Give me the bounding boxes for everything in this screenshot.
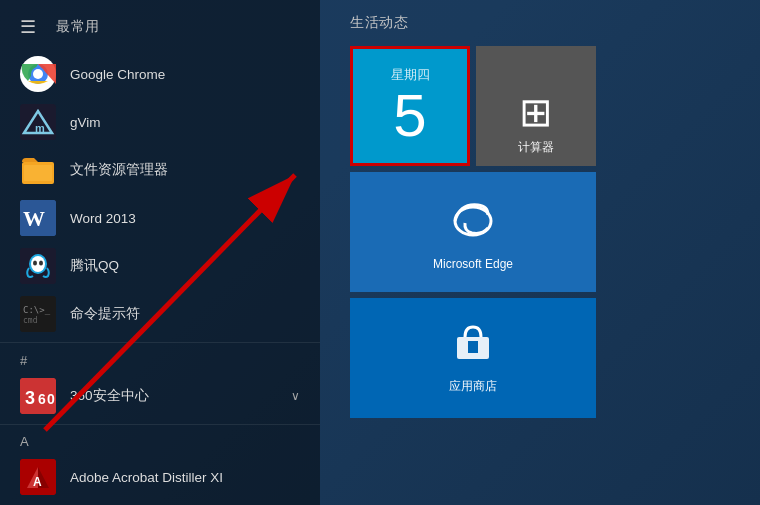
svg-point-13 bbox=[31, 256, 45, 272]
app-icon-360: 3 6 0 bbox=[20, 378, 56, 414]
app-icon-vim: m bbox=[20, 104, 56, 140]
app-icon-folder bbox=[20, 152, 56, 188]
calculator-icon: ⊞ bbox=[519, 89, 553, 135]
tile-label: 计算器 bbox=[518, 139, 554, 156]
svg-text:3: 3 bbox=[25, 388, 35, 408]
right-panel: 生活动态 星期四 5 ⊞ 计算器 bbox=[320, 0, 760, 505]
app-icon-word: W bbox=[20, 200, 56, 236]
tile-label: 应用商店 bbox=[449, 378, 497, 395]
svg-text:6: 6 bbox=[38, 391, 46, 407]
app-list: Google Chrome m gVim bbox=[0, 46, 320, 505]
app-name: 腾讯QQ bbox=[70, 257, 119, 275]
app-name: 命令提示符 bbox=[70, 305, 140, 323]
divider bbox=[0, 342, 320, 343]
app-item-left: 3 6 0 360安全中心 bbox=[20, 378, 149, 414]
tiles-row-bottom: 应用商店 bbox=[350, 298, 740, 418]
app-icon-chrome bbox=[20, 56, 56, 92]
list-item[interactable]: C:\>_ cmd 命令提示符 bbox=[0, 290, 320, 338]
svg-point-3 bbox=[33, 69, 43, 79]
tiles-row-top: 星期四 5 ⊞ 计算器 bbox=[350, 46, 740, 166]
app-icon-qq bbox=[20, 248, 56, 284]
edge-icon bbox=[450, 193, 496, 249]
list-item[interactable]: A Adobe Acrobat Distiller XI bbox=[0, 453, 320, 501]
app-icon-cmd: C:\>_ cmd bbox=[20, 296, 56, 332]
alpha-header-hash: # bbox=[0, 347, 320, 372]
live-section-label: 生活动态 bbox=[350, 14, 740, 32]
app-name: Google Chrome bbox=[70, 67, 165, 82]
app-name: gVim bbox=[70, 115, 101, 130]
tile-label: Microsoft Edge bbox=[433, 257, 513, 271]
tiles-grid: 星期四 5 ⊞ 计算器 bbox=[350, 46, 740, 418]
alpha-header-a: A bbox=[0, 428, 320, 453]
tile-day-number: 5 bbox=[393, 86, 426, 146]
app-name: Word 2013 bbox=[70, 211, 136, 226]
divider bbox=[0, 424, 320, 425]
expand-arrow-icon: ∨ bbox=[291, 389, 300, 403]
svg-text:A: A bbox=[33, 475, 42, 489]
most-used-label: 最常用 bbox=[56, 18, 100, 36]
svg-rect-30 bbox=[468, 341, 478, 353]
svg-point-15 bbox=[39, 261, 43, 266]
tile-calculator[interactable]: ⊞ 计算器 bbox=[476, 46, 596, 166]
tile-store[interactable]: 应用商店 bbox=[350, 298, 596, 418]
svg-text:0: 0 bbox=[47, 391, 55, 407]
list-item[interactable]: Google Chrome bbox=[0, 50, 320, 98]
svg-point-14 bbox=[33, 261, 37, 266]
tile-edge[interactable]: Microsoft Edge bbox=[350, 172, 596, 292]
tiles-row-middle: Microsoft Edge bbox=[350, 172, 740, 292]
list-item[interactable]: m gVim bbox=[0, 98, 320, 146]
app-name: 360安全中心 bbox=[70, 387, 149, 405]
list-item[interactable]: 文件资源管理器 bbox=[0, 146, 320, 194]
tile-calendar[interactable]: 星期四 5 bbox=[350, 46, 470, 166]
app-name: Adobe Acrobat Distiller XI bbox=[70, 470, 223, 485]
svg-text:W: W bbox=[23, 206, 45, 231]
list-item[interactable]: 3 6 0 360安全中心 ∨ bbox=[0, 372, 320, 420]
app-name: 文件资源管理器 bbox=[70, 161, 168, 179]
header-row: ☰ 最常用 bbox=[0, 0, 320, 46]
list-item[interactable]: W Word 2013 bbox=[0, 194, 320, 242]
left-panel: ☰ 最常用 Google Chrome bbox=[0, 0, 320, 505]
svg-text:cmd: cmd bbox=[23, 316, 38, 325]
start-menu: ☰ 最常用 Google Chrome bbox=[0, 0, 760, 505]
svg-rect-8 bbox=[24, 165, 52, 181]
list-item[interactable]: 腾讯QQ bbox=[0, 242, 320, 290]
svg-text:C:\>_: C:\>_ bbox=[23, 305, 51, 315]
store-icon bbox=[453, 321, 493, 370]
app-icon-adobe: A bbox=[20, 459, 56, 495]
hamburger-icon[interactable]: ☰ bbox=[20, 18, 36, 36]
svg-text:m: m bbox=[35, 122, 45, 134]
